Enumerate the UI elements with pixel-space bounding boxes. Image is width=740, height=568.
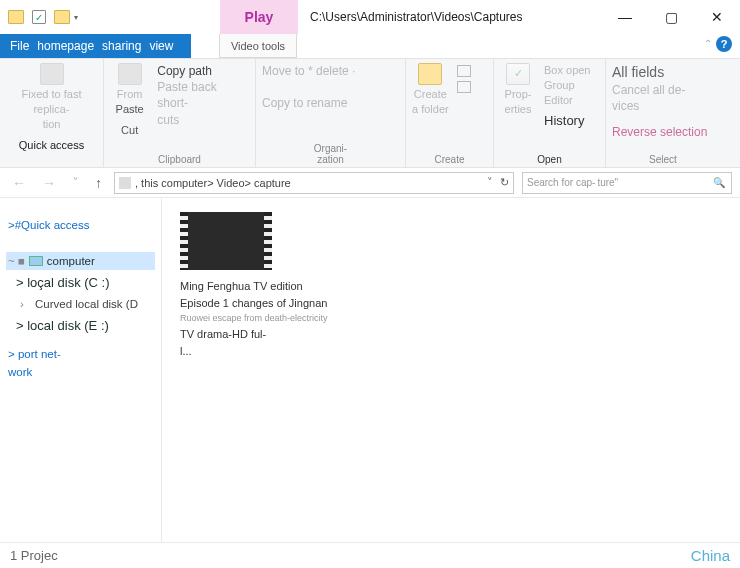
- group-label-org-2: zation: [317, 154, 344, 165]
- create-folder-1: Create: [412, 87, 449, 102]
- pin-icon[interactable]: [40, 63, 64, 85]
- group-label-select: Select: [612, 152, 714, 165]
- file-line-1: Ming Fenghua TV edition: [180, 278, 340, 295]
- main-tabs: File homepage sharing view: [0, 34, 191, 58]
- cut-button[interactable]: Cut: [110, 123, 149, 138]
- back-button[interactable]: ←: [8, 175, 30, 191]
- ribbon-group-clipboard: From Paste Cut Copy path Paste back shor…: [104, 59, 256, 167]
- reverse-selection-button[interactable]: Reverse selection: [612, 124, 707, 140]
- copy-path-button[interactable]: Copy path: [157, 63, 249, 79]
- history-button[interactable]: History: [544, 112, 590, 130]
- group-label-clipboard: Clipboard: [110, 152, 249, 165]
- address-dropdown-icon[interactable]: ˅: [487, 176, 493, 189]
- collapse-ribbon-icon[interactable]: ⌃: [704, 38, 712, 49]
- search-placeholder-2: ture": [597, 177, 618, 188]
- new-item-icon[interactable]: [457, 65, 471, 77]
- ribbon-group-organize: Move to * delete · Copy to rename Organi…: [256, 59, 406, 167]
- help-icon[interactable]: ?: [716, 36, 732, 52]
- file-list[interactable]: Ming Fenghua TV edition Episode 1 change…: [162, 198, 740, 542]
- easy-access-icon[interactable]: [457, 81, 471, 93]
- sidebar-network[interactable]: > port net-: [6, 338, 155, 363]
- qat-dropdown-icon[interactable]: ▾: [74, 13, 78, 22]
- ribbon: Fixed to fast replica- tion Quick access…: [0, 58, 740, 168]
- location-icon: [119, 177, 131, 189]
- maximize-button[interactable]: ▢: [648, 0, 694, 34]
- folder-icon-2[interactable]: [54, 10, 70, 24]
- tab-view[interactable]: view: [149, 39, 173, 53]
- refresh-icon[interactable]: ↻: [500, 176, 509, 189]
- from-label: From: [110, 87, 149, 102]
- properties-icon[interactable]: [32, 10, 46, 24]
- group-editor-1[interactable]: Group: [544, 78, 590, 93]
- quick-access-toolbar: ▾: [0, 0, 86, 34]
- video-thumbnail[interactable]: [180, 212, 272, 270]
- status-bar: 1 Projec China: [0, 542, 740, 568]
- ribbon-group-select: All fields Cancel all de- vices Reverse …: [606, 59, 720, 167]
- forward-button[interactable]: →: [38, 175, 60, 191]
- pin-label-2: tion: [6, 117, 97, 132]
- paste-button[interactable]: Paste: [110, 102, 149, 117]
- computer-icon: [29, 256, 43, 266]
- ribbon-group-open: ✓ Prop- erties Box open Group Editor His…: [494, 59, 606, 167]
- close-button[interactable]: ✕: [694, 0, 740, 34]
- search-placeholder-1: Search for cap-: [527, 177, 595, 188]
- window-controls: — ▢ ✕: [602, 0, 740, 34]
- tab-sharing[interactable]: sharing: [102, 39, 141, 53]
- up-button[interactable]: ↑: [91, 175, 106, 191]
- paste-shortcut-1[interactable]: Paste back short-: [157, 79, 249, 111]
- tab-video-tools[interactable]: Video tools: [219, 34, 297, 58]
- tab-file[interactable]: File: [10, 39, 29, 53]
- ribbon-group-create: Create a folder Create: [406, 59, 494, 167]
- folder-icon[interactable]: [8, 10, 24, 24]
- paste-shortcut-2: cuts: [157, 112, 249, 128]
- properties-icon[interactable]: ✓: [506, 63, 530, 85]
- file-caption: Ming Fenghua TV edition Episode 1 change…: [180, 278, 340, 360]
- group-label-open: Open: [500, 152, 599, 165]
- breadcrumb[interactable]: , this computer> Video> capture: [135, 177, 291, 189]
- address-bar[interactable]: , this computer> Video> capture ˅ ↻: [114, 172, 514, 194]
- computer-label: computer: [47, 255, 95, 267]
- minimize-button[interactable]: —: [602, 0, 648, 34]
- cancel-devices-2: vices: [612, 98, 707, 114]
- main-area: >#Quick access ~ ■ computer > loçal disk…: [0, 198, 740, 542]
- sidebar-network-2: work: [6, 363, 155, 381]
- recent-locations-icon[interactable]: ˅: [68, 175, 83, 191]
- group-label-create: Create: [412, 152, 487, 165]
- search-icon[interactable]: 🔍: [713, 177, 725, 188]
- file-line-4: TV drama-HD ful-: [180, 326, 340, 343]
- curved-d-label: Curved local disk (D: [35, 298, 138, 310]
- title-bar: ▾ Play C:\Users\Administrator\Videos\Cap…: [0, 0, 740, 34]
- ribbon-group-quick-access: Fixed to fast replica- tion Quick access: [0, 59, 104, 167]
- properties-1: Prop-: [500, 87, 536, 102]
- file-line-5: l...: [180, 343, 340, 360]
- sidebar-this-pc[interactable]: ~ ■ computer: [6, 252, 155, 270]
- search-box[interactable]: Search for cap- ture" 🔍: [522, 172, 732, 194]
- file-item[interactable]: Ming Fenghua TV edition Episode 1 change…: [180, 212, 350, 360]
- navigation-row: ← → ˅ ↑ , this computer> Video> capture …: [0, 168, 740, 198]
- group-label-org-1: Organi-: [314, 143, 347, 154]
- all-fields-button[interactable]: All fields: [612, 63, 707, 82]
- move-delete-button[interactable]: Move to * delete ·: [262, 63, 355, 79]
- file-line-2: Episode 1 changes of Jingnan: [180, 295, 340, 312]
- window-title-path: C:\Users\Administrator\Videos\Captures: [298, 0, 602, 34]
- quick-access-label[interactable]: Quick access: [6, 138, 97, 153]
- contextual-tab-play[interactable]: Play: [220, 0, 298, 34]
- sidebar-local-e[interactable]: > local disk (E :): [6, 313, 155, 338]
- sidebar-local-c[interactable]: > loçal disk (C :): [6, 270, 155, 295]
- tree-marker: ~ ■: [8, 255, 25, 267]
- sidebar-curved-d[interactable]: › Curved local disk (D: [6, 295, 155, 313]
- group-editor-2: Editor: [544, 93, 590, 108]
- tab-strip: File homepage sharing view Video tools ⌃…: [0, 34, 740, 58]
- language-indicator[interactable]: China: [691, 547, 730, 564]
- sidebar-quick-access[interactable]: >#Quick access: [6, 216, 155, 234]
- copy-rename-button[interactable]: Copy to rename: [262, 95, 355, 111]
- tab-homepage[interactable]: homepage: [37, 39, 94, 53]
- navigation-pane: >#Quick access ~ ■ computer > loçal disk…: [0, 198, 162, 542]
- box-open-label[interactable]: Box open: [544, 63, 590, 78]
- new-folder-icon[interactable]: [418, 63, 442, 85]
- port-1: > port net-: [8, 348, 61, 360]
- port-2: work: [8, 366, 32, 378]
- cancel-devices-1[interactable]: Cancel all de-: [612, 82, 707, 98]
- item-count: 1 Projec: [10, 548, 58, 563]
- paste-icon[interactable]: [118, 63, 142, 85]
